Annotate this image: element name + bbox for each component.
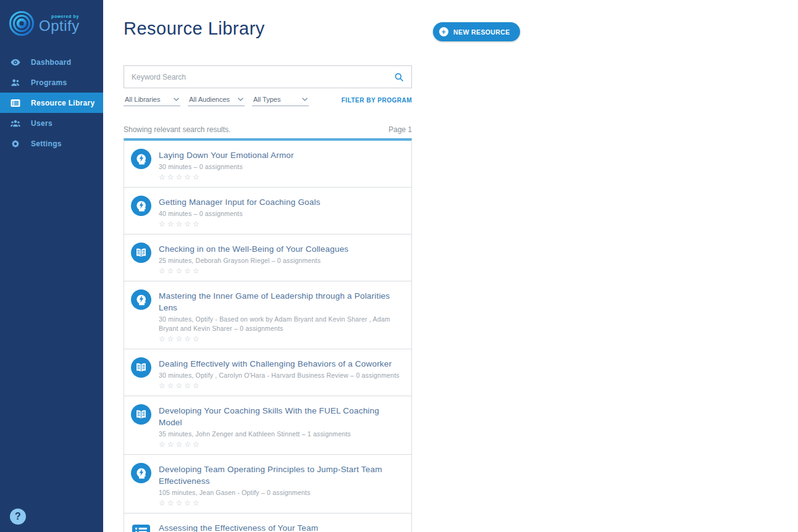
resource-title: Assessing the Effectiveness of Your Team [159, 522, 404, 532]
sidebar-item-label: Programs [31, 78, 67, 87]
resource-meta: 35 minutes, John Zenger and Kathleen Sti… [159, 430, 404, 439]
brand-logo[interactable]: powered by Optify [0, 0, 103, 37]
chevron-down-icon [238, 98, 243, 101]
types-select-value: All Types [253, 96, 280, 103]
content-column: All Libraries All Audiences All Types FI… [124, 65, 412, 532]
page-indicator: Page 1 [388, 125, 412, 134]
resource-body: Getting Manager Input for Coaching Goals… [159, 196, 404, 228]
chevron-down-icon [174, 98, 179, 101]
resource-body: Mastering the Inner Game of Leadership t… [159, 289, 404, 343]
sidebar-item-settings[interactable]: Settings [0, 133, 103, 154]
resource-list-item[interactable]: Checking in on the Well-Being of Your Co… [124, 235, 411, 281]
main-content: Resource Library + NEW RESOURCE All Libr… [103, 0, 798, 532]
resource-meta: 105 minutes, Jean Gasen - Optify – 0 ass… [159, 488, 404, 497]
rating-stars[interactable]: ☆☆☆☆☆ [159, 335, 404, 343]
sidebar-item-label: Users [31, 119, 52, 128]
audiences-select-value: All Audiences [189, 96, 230, 103]
gear-icon [10, 138, 21, 149]
resource-type-icon [131, 289, 151, 310]
chevron-down-icon [302, 98, 308, 101]
list-icon [10, 98, 21, 109]
resource-list-item[interactable]: Developing Team Operating Principles to … [124, 455, 411, 513]
optify-logo-icon [8, 10, 35, 37]
resource-body: Dealing Effectively with Challenging Beh… [159, 357, 404, 390]
mind-bolt-icon [131, 463, 151, 483]
rating-stars[interactable]: ☆☆☆☆☆ [159, 499, 404, 507]
search-icon[interactable] [394, 72, 404, 82]
resource-list-item[interactable]: Mastering the Inner Game of Leadership t… [124, 281, 411, 349]
people-icon [10, 77, 21, 88]
resource-title: Developing Team Operating Principles to … [159, 463, 404, 487]
sidebar-item-resource-library[interactable]: Resource Library [0, 93, 103, 113]
sidebar: powered by Optify Dashboard Programs [0, 0, 103, 532]
resource-body: Developing Your Coaching Skills With the… [159, 404, 404, 449]
sidebar-nav: Dashboard Programs Resource Library User… [0, 52, 103, 154]
resource-type-icon [131, 149, 151, 169]
types-select[interactable]: All Types [252, 94, 309, 106]
rating-stars[interactable]: ☆☆☆☆☆ [159, 173, 404, 181]
users-group-icon [10, 118, 21, 129]
search-input[interactable] [132, 73, 394, 81]
resource-title: Laying Down Your Emotional Armor [159, 149, 404, 161]
resource-body: Developing Team Operating Principles to … [159, 463, 404, 507]
resource-title: Dealing Effectively with Challenging Beh… [159, 358, 404, 370]
open-book-icon [131, 357, 151, 378]
rating-stars[interactable]: ☆☆☆☆☆ [159, 220, 404, 228]
search-box [124, 65, 412, 88]
resource-body: Assessing the Effectiveness of Your Team… [159, 522, 404, 532]
resource-list-item[interactable]: Developing Your Coaching Skills With the… [124, 396, 411, 455]
task-list-icon [131, 522, 151, 532]
results-status: Showing relevant search results. [124, 125, 230, 134]
resource-meta: 30 minutes, Optify , Carolyn O'Hara - Ha… [159, 371, 404, 380]
sidebar-item-label: Dashboard [31, 58, 71, 67]
resource-meta: 30 minutes, Optify - Based on work by Ad… [159, 315, 404, 333]
resource-meta: 40 minutes – 0 assignments [159, 209, 404, 218]
resource-type-icon [131, 357, 151, 378]
resource-title: Checking in on the Well-Being of Your Co… [159, 243, 404, 255]
plus-icon: + [439, 27, 448, 36]
sidebar-item-dashboard[interactable]: Dashboard [0, 52, 103, 72]
open-book-icon [131, 404, 151, 425]
resource-list-item[interactable]: Laying Down Your Emotional Armor 30 minu… [124, 141, 411, 188]
resource-title: Developing Your Coaching Skills With the… [159, 405, 404, 428]
resource-meta: 25 minutes, Deborah Grayson Riegel – 0 a… [159, 256, 404, 265]
resource-body: Laying Down Your Emotional Armor 30 minu… [159, 149, 404, 181]
mind-bolt-icon [131, 196, 151, 216]
filter-by-program-link[interactable]: FILTER BY PROGRAM [342, 94, 412, 104]
resource-list: Laying Down Your Emotional Armor 30 minu… [124, 138, 412, 532]
resource-type-icon [131, 522, 151, 532]
mind-bolt-icon [131, 149, 151, 169]
rating-stars[interactable]: ☆☆☆☆☆ [159, 381, 404, 390]
resource-body: Checking in on the Well-Being of Your Co… [159, 243, 404, 275]
resource-list-item[interactable]: Getting Manager Input for Coaching Goals… [124, 188, 411, 235]
resource-title: Getting Manager Input for Coaching Goals [159, 196, 404, 208]
rating-stars[interactable]: ☆☆☆☆☆ [159, 440, 404, 449]
resource-list-item[interactable]: Assessing the Effectiveness of Your Team… [124, 513, 411, 532]
mind-bolt-icon [131, 289, 151, 310]
new-resource-label: NEW RESOURCE [453, 28, 510, 36]
resource-title: Mastering the Inner Game of Leadership t… [159, 290, 404, 314]
resource-type-icon [131, 196, 151, 216]
libraries-select-value: All Libraries [125, 96, 160, 103]
resource-type-icon [131, 243, 151, 263]
sidebar-item-users[interactable]: Users [0, 113, 103, 133]
eye-icon [10, 57, 21, 68]
filter-row: All Libraries All Audiences All Types FI… [124, 94, 412, 108]
resource-meta: 30 minutes – 0 assignments [159, 162, 404, 172]
resource-type-icon [131, 463, 151, 483]
new-resource-button[interactable]: + NEW RESOURCE [433, 22, 520, 41]
help-button[interactable]: ? [10, 509, 26, 525]
audiences-select[interactable]: All Audiences [188, 94, 245, 106]
open-book-icon [131, 243, 151, 263]
app-window: powered by Optify Dashboard Programs [0, 0, 798, 532]
sidebar-item-label: Settings [31, 139, 62, 148]
brand-name: Optify [39, 19, 80, 33]
rating-stars[interactable]: ☆☆☆☆☆ [159, 267, 404, 275]
help-icon: ? [15, 511, 21, 522]
resource-list-item[interactable]: Dealing Effectively with Challenging Beh… [124, 349, 411, 396]
sidebar-item-label: Resource Library [31, 99, 95, 107]
resource-type-icon [131, 404, 151, 425]
sidebar-item-programs[interactable]: Programs [0, 72, 103, 93]
results-meta: Showing relevant search results. Page 1 [124, 125, 412, 134]
libraries-select[interactable]: All Libraries [124, 94, 180, 106]
